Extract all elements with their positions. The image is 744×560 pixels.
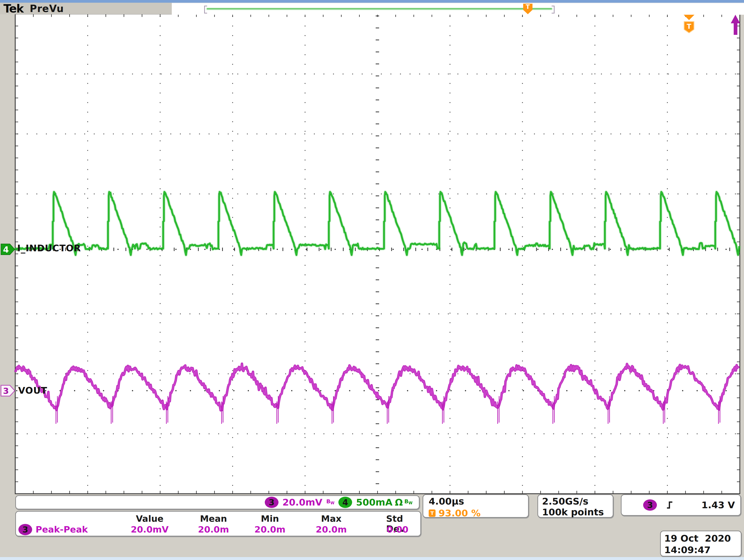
graticule-frame bbox=[15, 14, 740, 494]
record-right-bracket bbox=[552, 6, 555, 13]
meas-stddev: 0.00 bbox=[387, 524, 409, 534]
timebase-scale: 4.00µs bbox=[429, 496, 528, 507]
top-window-strip bbox=[0, 0, 744, 3]
measurement-table[interactable]: Value Mean Min Max Std Dev 3 Peak-Peak 2… bbox=[15, 511, 421, 536]
ch3-bandwidth-icon: BW bbox=[326, 499, 334, 506]
ch4-position-marker[interactable]: 4 bbox=[1, 244, 15, 255]
meas-header-max: Max bbox=[321, 514, 341, 524]
date-value: 19 Oct 2020 bbox=[664, 533, 741, 544]
record-waveform-line bbox=[207, 8, 552, 9]
svg-text:4: 4 bbox=[3, 245, 9, 255]
bottom-window-strip bbox=[0, 557, 744, 560]
meas-header-min: Min bbox=[261, 514, 279, 524]
trigger-readout[interactable]: 3 1.43 V bbox=[621, 494, 741, 516]
acquisition-mode-label: PreVu bbox=[30, 3, 64, 14]
brand-area: Tek PreVu bbox=[0, 3, 172, 14]
record-left-bracket bbox=[204, 6, 207, 13]
svg-text:T: T bbox=[687, 23, 692, 30]
meas-min: 20.0m bbox=[255, 524, 285, 534]
time-value: 14:09:47 bbox=[664, 544, 741, 556]
channel-scale-readout[interactable]: 3 20.0mV BW 4 500mA Ω BW bbox=[15, 495, 420, 510]
trigger-position-percent: 93.00 % bbox=[439, 508, 481, 519]
sample-rate: 2.50GS/s bbox=[542, 496, 613, 507]
trigger-t-icon: T bbox=[429, 510, 436, 517]
ch3-position-marker[interactable]: 3 bbox=[1, 385, 15, 396]
meas-name: Peak-Peak bbox=[36, 524, 88, 534]
datetime-readout: 19 Oct 2020 14:09:47 bbox=[660, 530, 742, 557]
ch3-scale-value: 20.0mV bbox=[283, 497, 323, 508]
svg-text:3: 3 bbox=[3, 386, 9, 396]
meas-header-value: Value bbox=[136, 514, 164, 524]
tek-logo: Tek bbox=[3, 2, 23, 15]
meas-value: 20.0mV bbox=[131, 524, 169, 534]
scope-graticule: T 4 3 bbox=[0, 0, 744, 560]
ch4-coupling-icon: Ω bbox=[395, 497, 403, 508]
rising-edge-icon bbox=[666, 500, 674, 510]
trigger-source-badge: 3 bbox=[643, 499, 657, 511]
trigger-level-value: 1.43 V bbox=[702, 500, 735, 511]
ch4-trace-label: I_INDUCTOR bbox=[17, 243, 81, 254]
ch3-badge[interactable]: 3 bbox=[265, 497, 278, 508]
record-trigger-marker-icon[interactable]: T bbox=[523, 4, 532, 14]
meas-source-badge: 3 bbox=[18, 524, 32, 535]
meas-max: 20.0m bbox=[316, 524, 347, 534]
record-overview-bar[interactable]: T bbox=[172, 3, 744, 15]
acquisition-readout[interactable]: 2.50GS/s 100k points bbox=[537, 494, 613, 518]
ch4-bandwidth-icon: BW bbox=[404, 499, 412, 506]
trigger-t-glyph: T bbox=[526, 4, 530, 10]
horizontal-readout[interactable]: 4.00µs T 93.00 % bbox=[422, 494, 529, 518]
ch4-scale-value: 500mA bbox=[356, 497, 393, 508]
ch4-badge[interactable]: 4 bbox=[338, 497, 352, 508]
record-length: 100k points bbox=[542, 507, 613, 518]
meas-mean: 20.0m bbox=[198, 524, 229, 534]
ch3-trace-label: VOUT bbox=[18, 385, 47, 396]
meas-header-mean: Mean bbox=[200, 514, 227, 524]
